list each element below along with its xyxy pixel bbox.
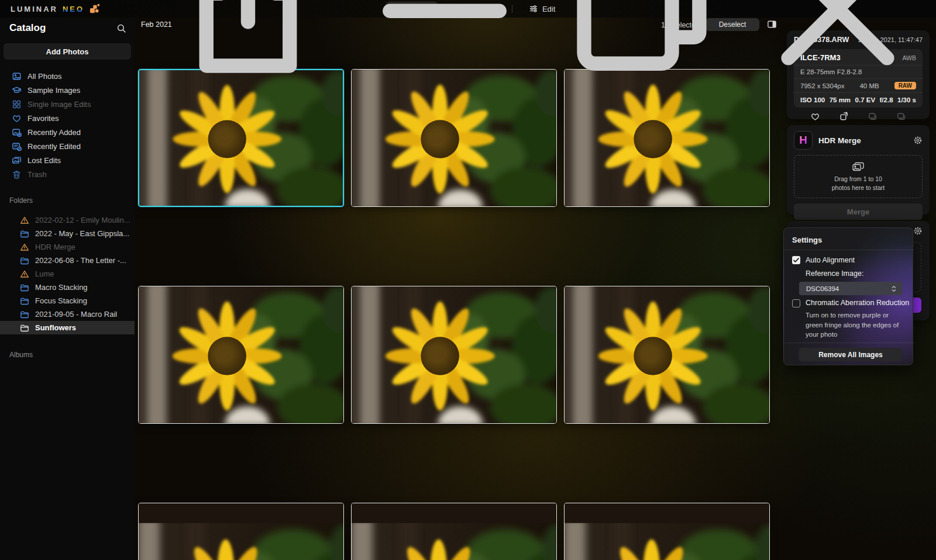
photo-thumbnail[interactable] xyxy=(351,286,557,424)
hdr-merge-app-icon: H xyxy=(794,131,813,150)
warning-icon xyxy=(20,243,29,252)
heart-icon[interactable] xyxy=(810,112,820,122)
reference-image-value: DSC06394 xyxy=(806,285,890,292)
rotate-icon[interactable] xyxy=(839,112,849,122)
lost-icon xyxy=(12,155,22,165)
sidebar-item-trash[interactable]: Trash xyxy=(0,167,135,181)
folder-icon xyxy=(20,296,29,306)
albums-section-label: Albums xyxy=(0,351,135,359)
restore-icon xyxy=(553,0,729,96)
hdr-settings-gear-icon[interactable] xyxy=(913,136,923,145)
folder-item-focus-stacking[interactable]: Focus Stacking xyxy=(0,294,135,307)
photo-action-icons xyxy=(794,108,923,122)
sunflower-photo xyxy=(139,503,343,560)
folder-label: 2021-09-05 - Macro Rail xyxy=(35,310,117,319)
photo-thumbnail[interactable] xyxy=(564,503,770,560)
share-button[interactable] xyxy=(157,0,339,98)
reference-image-label: Reference Image: xyxy=(806,269,863,278)
remove-all-images-button[interactable]: Remove All Images xyxy=(799,348,902,361)
sidebar: Catalog Add Photos All PhotosSample Imag… xyxy=(0,18,135,560)
hdr-merge-title: HDR Merge xyxy=(818,136,907,145)
sidebar-item-label: Recently Added xyxy=(27,128,81,137)
photo-thumbnail[interactable] xyxy=(138,503,344,560)
extension-settings-gear-icon[interactable] xyxy=(913,226,923,236)
trash-icon xyxy=(12,170,22,179)
app-logo: LUMINAR NEO xyxy=(11,4,101,14)
folder-item-sunflowers[interactable]: Sunflowers xyxy=(0,321,135,334)
chevron-up-down-icon xyxy=(890,285,897,293)
sunflower-photo xyxy=(352,286,556,423)
library-nav: All PhotosSample ImagesSingle Image Edit… xyxy=(0,69,135,181)
sunflower-photo xyxy=(565,286,769,423)
sidebar-item-favorites[interactable]: Favorites xyxy=(0,111,135,125)
add-photos-button[interactable]: Add Photos xyxy=(4,43,131,60)
dropzone-hint-line2: photos here to start xyxy=(832,184,885,192)
folder-label: 2022-06-08 - The Letter -... xyxy=(35,256,126,265)
sidebar-item-label: All Photos xyxy=(27,72,62,81)
sidebar-item-recently-added[interactable]: Recently Added xyxy=(0,125,135,139)
merge-button[interactable]: Merge xyxy=(794,203,923,220)
auto-alignment-checkbox[interactable] xyxy=(792,256,800,264)
folders-list: 2022-02-12 - Emily Moulin...2022 - May -… xyxy=(0,213,135,334)
folder-icon xyxy=(20,323,29,333)
sidebar-item-label: Trash xyxy=(27,170,47,179)
folder-label: Lume xyxy=(35,269,54,278)
search-icon[interactable] xyxy=(116,23,126,33)
folder-icon xyxy=(20,310,29,319)
chromatic-aberration-checkbox[interactable] xyxy=(792,299,800,307)
folder-item-lume[interactable]: Lume xyxy=(0,267,135,281)
image-plus-icon xyxy=(12,127,22,137)
photo-thumbnail[interactable] xyxy=(564,286,770,424)
sidebar-item-single-image-edits[interactable]: Single Image Edits xyxy=(0,97,135,111)
photos-drop-icon xyxy=(852,161,865,172)
folder-item-2022-may-east-gippsla[interactable]: 2022 - May - East Gippsla... xyxy=(0,227,135,240)
sunflower-photo xyxy=(565,503,769,560)
window-titlebar: LUMINAR NEO CatalogPresetsEdit xyxy=(0,0,936,18)
sunflower-photo xyxy=(352,503,556,560)
folder-icon xyxy=(20,256,29,265)
folder-item-2022-06-08-the-letter[interactable]: 2022-06-08 - The Letter -... xyxy=(0,254,135,267)
close-button[interactable] xyxy=(746,0,929,98)
settings-popup-title: Settings xyxy=(792,236,822,244)
reference-image-select[interactable]: DSC06394 xyxy=(799,282,902,295)
warning-icon xyxy=(20,269,29,279)
folder-label: HDR Merge xyxy=(35,243,75,251)
restore-button[interactable] xyxy=(550,0,732,98)
folder-label: Focus Stacking xyxy=(35,296,87,305)
image-edit-icon xyxy=(12,141,22,151)
photo-thumbnail[interactable] xyxy=(138,286,344,424)
sidebar-item-sample-images[interactable]: Sample Images xyxy=(0,83,135,97)
folder-item-2022-02-12-emily-moulin[interactable]: 2022-02-12 - Emily Moulin... xyxy=(0,213,135,227)
copy-icon[interactable] xyxy=(896,112,906,122)
copy-icon[interactable] xyxy=(868,112,878,122)
sidebar-item-lost-edits[interactable]: Lost Edits xyxy=(0,153,135,167)
folder-item-macro-stacking[interactable]: Macro Stacking xyxy=(0,281,135,294)
hdr-merge-card: H HDR Merge Drag from 1 to 10 photos her… xyxy=(787,125,930,215)
hdr-settings-popup: Settings Auto Alignment Reference Image:… xyxy=(783,227,913,365)
folder-item-hdr-merge[interactable]: HDR Merge xyxy=(0,240,135,254)
sidebar-item-recently-edited[interactable]: Recently Edited xyxy=(0,139,135,153)
app-window: LUMINAR NEO CatalogPresetsEdit Catalog A… xyxy=(0,0,936,560)
folders-section-label: Folders xyxy=(0,196,135,205)
folder-label: Sunflowers xyxy=(35,323,76,332)
folder-label: Macro Stacking xyxy=(35,283,88,292)
cap-icon xyxy=(12,85,22,95)
divider xyxy=(784,343,914,343)
photos-icon xyxy=(12,71,22,81)
hdr-dropzone[interactable]: Drag from 1 to 10 photos here to start xyxy=(794,155,923,198)
minimize-button[interactable] xyxy=(353,0,536,98)
dropzone-hint-line1: Drag from 1 to 10 xyxy=(834,175,882,183)
close-icon xyxy=(750,0,925,96)
sunflower-photo xyxy=(139,286,343,423)
logo-neo: NEO xyxy=(63,5,84,13)
heart-icon xyxy=(12,113,22,123)
share-icon xyxy=(160,0,336,96)
sidebar-item-label: Favorites xyxy=(27,114,58,123)
folder-icon xyxy=(20,229,29,238)
photo-thumbnail[interactable] xyxy=(351,503,557,560)
page-title: Catalog xyxy=(9,22,46,34)
folder-item-2021-09-05-macro-rail[interactable]: 2021-09-05 - Macro Rail xyxy=(0,307,135,321)
grid-icon xyxy=(12,99,22,109)
sidebar-item-all-photos[interactable]: All Photos xyxy=(0,69,135,83)
puzzle-icon xyxy=(89,4,101,14)
